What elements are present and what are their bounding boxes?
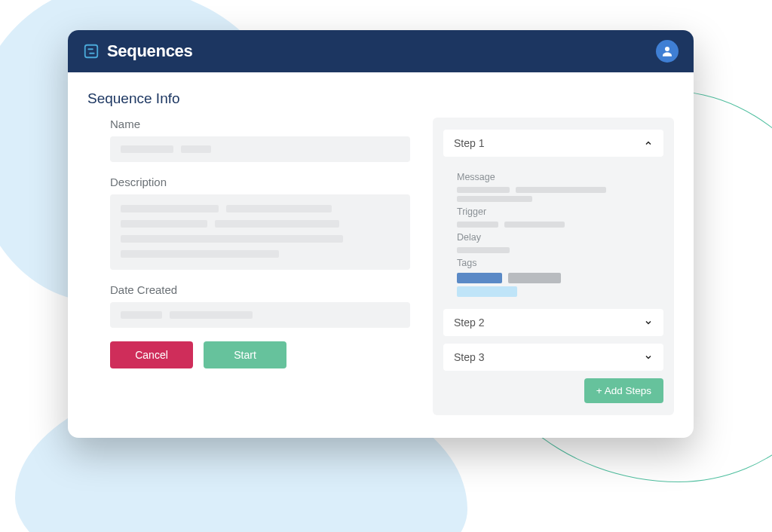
section-title: Sequence Info bbox=[87, 90, 674, 107]
titlebar: Sequences bbox=[68, 30, 694, 72]
step-1-header[interactable]: Step 1 bbox=[443, 130, 663, 157]
start-button[interactable]: Start bbox=[204, 341, 286, 368]
user-avatar[interactable] bbox=[656, 40, 679, 63]
step-3-title: Step 3 bbox=[454, 351, 484, 363]
description-input[interactable] bbox=[110, 194, 410, 270]
svg-rect-0 bbox=[85, 45, 98, 58]
app-title: Sequences bbox=[107, 41, 192, 61]
app-window: Sequences Sequence Info Name Description bbox=[68, 30, 694, 438]
name-label: Name bbox=[110, 118, 410, 130]
step-3-header[interactable]: Step 3 bbox=[443, 344, 663, 371]
tag-chip[interactable] bbox=[457, 273, 502, 283]
step1-message-label: Message bbox=[457, 172, 656, 182]
content: Sequence Info Name Description D bbox=[68, 72, 694, 438]
app-logo-icon bbox=[83, 43, 100, 60]
tag-chip[interactable] bbox=[508, 273, 561, 283]
step1-delay-label: Delay bbox=[457, 232, 656, 243]
description-label: Description bbox=[110, 176, 410, 188]
date-created-display bbox=[110, 302, 410, 328]
step-2-header[interactable]: Step 2 bbox=[443, 309, 663, 336]
step1-tags-label: Tags bbox=[457, 258, 656, 268]
add-steps-button[interactable]: + Add Steps bbox=[584, 378, 663, 403]
cancel-button[interactable]: Cancel bbox=[110, 341, 193, 368]
date-created-label: Date Created bbox=[110, 283, 410, 296]
step-1-title: Step 1 bbox=[454, 137, 484, 149]
chevron-down-icon bbox=[644, 318, 653, 327]
step-2-title: Step 2 bbox=[454, 316, 484, 329]
name-input[interactable] bbox=[110, 136, 410, 162]
user-icon bbox=[660, 44, 674, 58]
steps-panel: Step 1 Message Trigger Delay Tags bbox=[433, 118, 674, 415]
chevron-up-icon bbox=[644, 139, 653, 148]
svg-point-1 bbox=[665, 47, 669, 51]
step-1-body: Message Trigger Delay Tags bbox=[443, 164, 663, 309]
left-column: Name Description Date Created bbox=[87, 118, 410, 415]
step1-trigger-label: Trigger bbox=[457, 206, 656, 217]
tag-chip[interactable] bbox=[457, 286, 517, 297]
chevron-down-icon bbox=[644, 353, 653, 362]
